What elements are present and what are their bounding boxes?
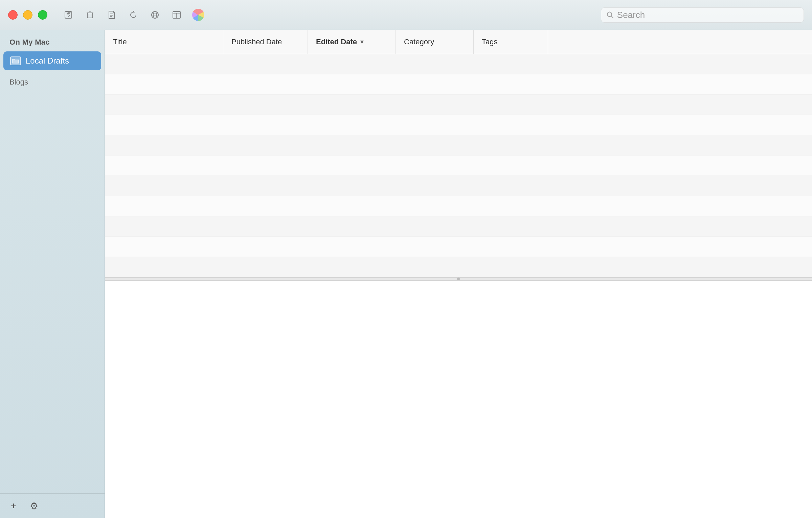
sidebar: On My Mac Local Drafts Blogs + ⚙ bbox=[0, 30, 105, 518]
sidebar-item-label: Local Drafts bbox=[26, 56, 69, 66]
colors-icon[interactable] bbox=[192, 9, 204, 21]
search-bar[interactable] bbox=[601, 7, 804, 23]
table-row[interactable] bbox=[105, 216, 812, 237]
minimize-button[interactable] bbox=[23, 10, 32, 20]
table-row[interactable] bbox=[105, 95, 812, 115]
table-row[interactable] bbox=[105, 257, 812, 277]
close-button[interactable] bbox=[8, 10, 18, 20]
table-row[interactable] bbox=[105, 115, 812, 135]
table-row[interactable] bbox=[105, 54, 812, 74]
column-header-rest bbox=[548, 30, 812, 54]
table-row[interactable] bbox=[105, 196, 812, 216]
divider-handle bbox=[457, 278, 460, 280]
svg-line-2 bbox=[68, 15, 70, 17]
add-button[interactable]: + bbox=[7, 499, 20, 513]
column-header-edited[interactable]: Edited Date ▾ bbox=[308, 30, 396, 54]
blogs-label: Blogs bbox=[0, 71, 105, 90]
table-row[interactable] bbox=[105, 176, 812, 196]
search-icon bbox=[607, 11, 614, 19]
column-header-category[interactable]: Category bbox=[396, 30, 474, 54]
column-header-title[interactable]: Title bbox=[105, 30, 223, 54]
traffic-lights bbox=[8, 10, 47, 20]
editor-pane[interactable] bbox=[105, 281, 812, 518]
title-bar bbox=[0, 0, 812, 30]
folder-icon bbox=[10, 56, 21, 65]
sort-icon: ▾ bbox=[360, 38, 363, 46]
window-icon[interactable] bbox=[171, 9, 183, 21]
refresh-icon[interactable] bbox=[127, 9, 139, 21]
sidebar-bottom: + ⚙ bbox=[0, 493, 105, 518]
content-area: Title Published Date Edited Date ▾ Categ… bbox=[105, 30, 812, 518]
table-row[interactable] bbox=[105, 237, 812, 257]
new-post-icon[interactable] bbox=[62, 9, 74, 21]
table-row[interactable] bbox=[105, 74, 812, 95]
svg-line-19 bbox=[611, 16, 613, 18]
svg-point-11 bbox=[152, 11, 158, 18]
table-body bbox=[105, 54, 812, 277]
svg-point-12 bbox=[153, 11, 157, 18]
column-header-published[interactable]: Published Date bbox=[223, 30, 308, 54]
sidebar-item-local-drafts[interactable]: Local Drafts bbox=[3, 51, 101, 70]
search-input[interactable] bbox=[617, 10, 798, 20]
maximize-button[interactable] bbox=[38, 10, 47, 20]
table-row[interactable] bbox=[105, 156, 812, 176]
column-header-tags[interactable]: Tags bbox=[474, 30, 548, 54]
pane-divider[interactable] bbox=[105, 277, 812, 281]
globe-icon[interactable] bbox=[149, 9, 161, 21]
sidebar-section-label: On My Mac bbox=[0, 30, 105, 51]
settings-button[interactable]: ⚙ bbox=[27, 499, 41, 513]
delete-icon[interactable] bbox=[84, 9, 96, 21]
svg-rect-3 bbox=[87, 13, 93, 18]
table-row[interactable] bbox=[105, 135, 812, 156]
toolbar bbox=[62, 9, 204, 21]
main-layout: On My Mac Local Drafts Blogs + ⚙ Title bbox=[0, 30, 812, 518]
table-header: Title Published Date Edited Date ▾ Categ… bbox=[105, 30, 812, 54]
document-icon[interactable] bbox=[106, 9, 118, 21]
